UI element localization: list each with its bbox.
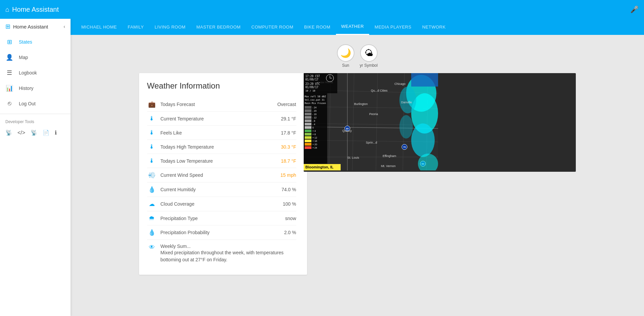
svg-text:Rain Mix Frozen: Rain Mix Frozen <box>305 102 326 105</box>
svg-text:Burlington: Burlington <box>354 102 368 106</box>
low-temp-label: Todays Low Temperature <box>161 158 281 164</box>
svg-rect-75 <box>305 146 311 149</box>
svg-text:- 4: - 4 <box>312 123 315 125</box>
sidebar-item-logbook[interactable]: ☰ Logbook <box>0 65 71 81</box>
forecast-value: Overcast <box>277 102 296 107</box>
dev-icon-info[interactable]: ℹ <box>55 129 57 136</box>
history-icon: 📊 <box>5 85 13 92</box>
chevron-icon[interactable]: ‹ <box>63 24 65 29</box>
tab-weather[interactable]: WEATHER <box>336 19 370 35</box>
developer-tools-row: 📡 </> 📡 📄 ℹ <box>0 127 71 139</box>
sidebar-item-map[interactable]: 👤 Map <box>0 50 71 65</box>
radar-map: 80 70 64 <box>304 73 576 172</box>
precip-prob-label: Precipitation Probability <box>161 230 284 235</box>
humidity-icon: 💧 <box>147 186 157 193</box>
weather-row-feels-like: 🌡 Feels Like 17.8 °F <box>147 126 296 140</box>
tab-bike-room[interactable]: BIKE ROOM <box>299 19 336 35</box>
weather-row-precip-prob: 💧 Precipitation Probability 2.0 % <box>147 225 296 240</box>
tab-computer-room[interactable]: COMPUTER ROOM <box>246 19 299 35</box>
precip-type-icon: 🌧 <box>147 215 157 222</box>
svg-text:70: 70 <box>403 146 406 148</box>
weather-row-low-temp: 🌡 Todays Low Temperature 18.7 °F <box>147 154 296 168</box>
low-temp-icon: 🌡 <box>147 157 157 164</box>
wind-icon: 💨 <box>147 171 157 179</box>
nav-tabs: MICHAEL HOME FAMILY LIVING ROOM MASTER B… <box>71 19 644 35</box>
content-area: 🌙 Sun 🌤 yr Symbol Weather Information 💼 … <box>71 35 644 316</box>
weather-icon-sun[interactable]: 🌙 Sun <box>337 44 354 68</box>
sidebar-item-history[interactable]: 📊 History <box>0 81 71 96</box>
tab-network[interactable]: NETWORK <box>417 19 451 35</box>
svg-text:+ 12: + 12 <box>312 137 317 139</box>
forecast-icon: 💼 <box>147 101 157 108</box>
sidebar-title: Home Assistant <box>13 24 48 30</box>
weather-row-cloud: ☁ Cloud Coverage 100 % <box>147 197 296 211</box>
cloud-label: Cloud Coverage <box>161 201 283 207</box>
svg-rect-26 <box>411 73 438 87</box>
svg-text:- 12: - 12 <box>312 116 316 119</box>
svg-rect-59 <box>305 119 311 122</box>
precip-prob-value: 2.0 % <box>284 230 296 235</box>
svg-point-24 <box>399 87 416 113</box>
weather-card-title: Weather Information <box>147 81 296 91</box>
svg-text:- 24: - 24 <box>312 106 316 109</box>
svg-text:01/09/17: 01/09/17 <box>305 78 318 81</box>
weekly-summary-label: Weekly Sum... <box>161 244 191 249</box>
tab-media-players[interactable]: MEDIA PLAYERS <box>369 19 417 35</box>
tab-master-bedroom[interactable]: MASTER BEDROOM <box>191 19 246 35</box>
dev-icon-broadcast[interactable]: 📡 <box>31 129 37 136</box>
svg-rect-71 <box>305 140 311 142</box>
sidebar-item-states[interactable]: ⊞ States <box>0 34 71 50</box>
svg-text:0: 0 <box>312 126 314 129</box>
svg-text:17:29 CST: 17:29 CST <box>305 75 320 78</box>
svg-text:Quincy: Quincy <box>342 129 352 133</box>
dev-icon-antenna[interactable]: 📡 <box>5 129 12 136</box>
svg-point-25 <box>399 115 413 139</box>
precip-type-value: snow <box>285 216 296 221</box>
svg-text:St. Louis: St. Louis <box>347 156 359 159</box>
svg-rect-57 <box>305 116 311 119</box>
weather-row-humidity: 💧 Current Humitidy 74.0 % <box>147 182 296 197</box>
sidebar-logbook-label: Logbook <box>19 70 37 75</box>
low-temp-value: 18.7 °F <box>281 158 296 164</box>
yr-icon: 🌤 <box>364 48 373 58</box>
sun-icon: 🌙 <box>340 48 351 58</box>
weather-layout: Weather Information 💼 Todays Forecast Ov… <box>139 73 576 275</box>
high-temp-value: 30.3 °F <box>281 144 296 150</box>
radar-svg: 80 70 64 <box>304 73 438 170</box>
current-temp-icon: 🌡 <box>147 115 157 122</box>
dev-icon-code[interactable]: </> <box>17 130 25 136</box>
svg-text:Chicago: Chicago <box>394 82 405 86</box>
humidity-value: 74.0 % <box>282 187 296 192</box>
svg-text:01/09/17: 01/09/17 <box>305 86 318 89</box>
sidebar-item-logout[interactable]: ⎋ Log Out <box>0 96 71 111</box>
tab-michael-home[interactable]: MICHAEL HOME <box>76 19 122 35</box>
weekly-summary-text: Mixed precipitation throughout the week,… <box>161 249 296 263</box>
sun-icon-circle: 🌙 <box>337 44 354 62</box>
cloud-icon: ☁ <box>147 200 157 208</box>
sun-label: Sun <box>342 63 349 68</box>
current-temp-value: 29.1 °F <box>281 116 296 121</box>
svg-text:Sprin...d: Sprin...d <box>366 141 377 144</box>
feels-like-label: Feels Like <box>161 130 281 136</box>
sidebar-map-label: Map <box>19 55 28 60</box>
tab-family[interactable]: FAMILY <box>122 19 149 35</box>
svg-rect-63 <box>305 126 311 129</box>
weather-icon-yr[interactable]: 🌤 yr Symbol <box>360 44 378 68</box>
svg-text:10 / 10: 10 / 10 <box>305 90 315 92</box>
svg-text:+ 8: + 8 <box>312 133 316 136</box>
grid-icon: ⊞ <box>5 23 10 30</box>
mic-icon[interactable]: 🎤 <box>630 5 639 13</box>
weather-row-weekly: 👁 Weekly Sum... Mixed precipitation thro… <box>147 240 296 267</box>
top-bar: ⌂ Home Assistant 🎤 <box>0 0 644 19</box>
map-icon: 👤 <box>5 54 13 61</box>
cloud-value: 100 % <box>283 201 296 207</box>
svg-text:23:29 UTC: 23:29 UTC <box>305 83 320 86</box>
tab-living-room[interactable]: LIVING ROOM <box>149 19 191 35</box>
svg-rect-73 <box>305 143 311 146</box>
precip-prob-icon: 💧 <box>147 229 157 236</box>
svg-rect-69 <box>305 136 311 139</box>
sidebar-logout-label: Log Out <box>19 101 36 106</box>
svg-text:- 20: - 20 <box>312 110 316 112</box>
weather-row-wind: 💨 Current Wind Speed 15 mph <box>147 168 296 182</box>
dev-icon-file[interactable]: 📄 <box>43 129 49 136</box>
